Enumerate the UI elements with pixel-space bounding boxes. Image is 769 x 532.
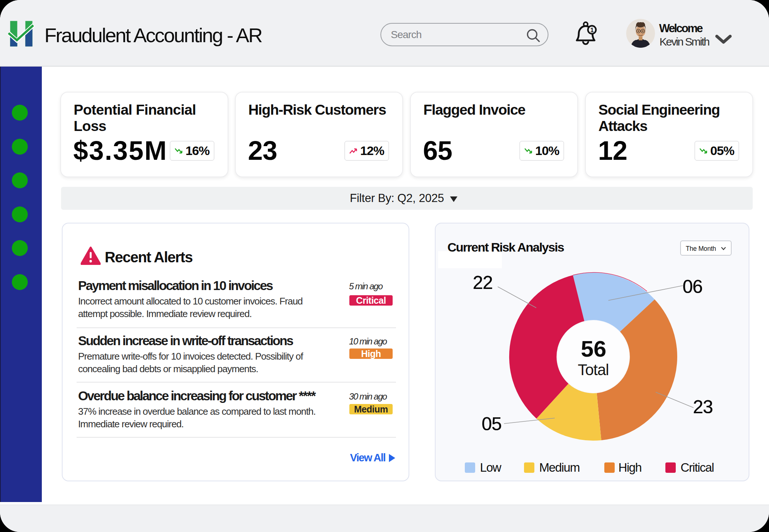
svg-text:1: 1 xyxy=(590,27,594,34)
